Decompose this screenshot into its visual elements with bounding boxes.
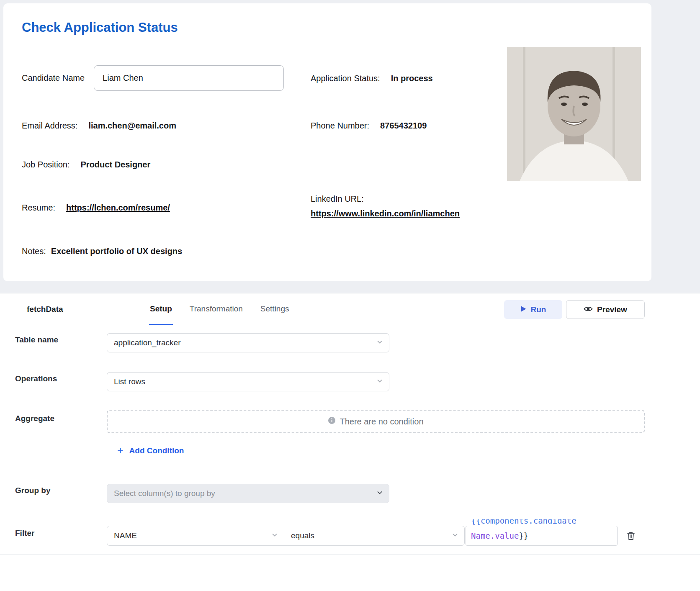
tab-transformation-label: Transformation <box>190 304 243 313</box>
play-icon <box>520 305 527 314</box>
filter-value-input[interactable]: {{components.candidate Name.value}} <box>466 526 618 546</box>
query-editor-panel: fetchData Setup Transformation Settings … <box>0 293 700 591</box>
aggregate-empty-area: There are no condition <box>107 410 645 433</box>
query-editor-header: fetchData Setup Transformation Settings … <box>0 293 700 325</box>
candidate-name-input[interactable] <box>94 65 284 91</box>
linkedin-link[interactable]: https://www.linkedin.com/in/liamchen <box>311 209 460 218</box>
group-by-placeholder: Select column(s) to group by <box>114 489 215 498</box>
notes-field: Notes: Excellent portfolio of UX designs <box>22 247 182 256</box>
email-field: Email Address: liam.chen@email.com <box>22 121 176 131</box>
operations-value: List rows <box>114 377 145 386</box>
notes-value: Excellent portfolio of UX designs <box>51 247 182 256</box>
preview-button[interactable]: Preview <box>566 300 645 319</box>
chevron-down-icon <box>376 377 383 386</box>
filter-operator-select[interactable]: equals <box>284 526 465 546</box>
chevron-down-icon <box>452 531 458 540</box>
delete-filter-button[interactable] <box>625 530 637 542</box>
filter-column-value: NAME <box>114 531 137 540</box>
add-condition-button[interactable]: + Add Condition <box>117 445 184 456</box>
filter-value-line: Name.value}} <box>466 526 617 545</box>
tab-settings[interactable]: Settings <box>260 293 290 325</box>
chevron-down-icon <box>376 489 383 498</box>
resume-label: Resume: <box>22 203 55 213</box>
candidate-name-label: Candidate Name <box>22 73 85 83</box>
group-by-label: Group by <box>15 486 50 495</box>
email-label: Email Address: <box>22 121 77 131</box>
tab-setup[interactable]: Setup <box>149 293 173 325</box>
filter-value-overflow-line: {{components.candidate <box>471 519 576 526</box>
preview-button-label: Preview <box>597 305 627 314</box>
chevron-down-icon <box>376 338 383 347</box>
operations-select[interactable]: List rows <box>107 372 389 391</box>
eye-icon <box>584 305 593 314</box>
candidate-name-field: Candidate Name <box>22 65 284 91</box>
phone-field: Phone Number: 8765432109 <box>311 121 427 131</box>
table-name-select[interactable]: application_tracker <box>107 333 389 352</box>
application-status-value: In process <box>391 74 433 83</box>
plus-icon: + <box>117 445 124 456</box>
run-button-label: Run <box>531 305 546 314</box>
linkedin-field: LinkedIn URL: https://www.linkedin.com/i… <box>311 194 460 218</box>
job-position-label: Job Position: <box>22 160 70 170</box>
resume-field: Resume: https://lchen.com/resume/ <box>22 203 170 213</box>
info-icon <box>328 416 336 427</box>
filter-label: Filter <box>15 529 34 538</box>
filter-operator-value: equals <box>291 531 314 540</box>
table-name-label: Table name <box>15 335 58 344</box>
page-title: Check Application Status <box>22 20 178 35</box>
run-button[interactable]: Run <box>504 300 562 319</box>
notes-label: Notes: <box>22 247 46 256</box>
table-name-value: application_tracker <box>114 338 180 347</box>
application-status-label: Application Status: <box>311 74 380 83</box>
tab-transformation[interactable]: Transformation <box>189 293 244 325</box>
job-position-field: Job Position: Product Designer <box>22 160 150 170</box>
form-bottom-divider <box>0 554 700 555</box>
aggregate-label: Aggregate <box>15 414 54 423</box>
filter-column-select[interactable]: NAME <box>107 526 284 546</box>
tab-settings-label: Settings <box>260 304 289 313</box>
phone-label: Phone Number: <box>311 121 369 131</box>
app-canvas: Check Application Status Candidate Name <box>0 0 700 591</box>
application-status-field: Application Status: In process <box>311 74 433 83</box>
job-position-value: Product Designer <box>81 160 151 170</box>
tab-setup-label: Setup <box>150 304 172 313</box>
operations-label: Operations <box>15 374 57 383</box>
phone-value: 8765432109 <box>380 121 427 131</box>
application-status-card: Check Application Status Candidate Name <box>3 3 651 281</box>
email-value: liam.chen@email.com <box>88 121 176 131</box>
resume-link[interactable]: https://lchen.com/resume/ <box>66 203 170 213</box>
query-name: fetchData <box>27 293 63 325</box>
aggregate-empty-text: There are no condition <box>340 417 423 427</box>
trash-icon <box>626 531 636 542</box>
query-tabs: Setup Transformation Settings <box>149 293 290 325</box>
candidate-photo <box>507 47 641 181</box>
add-condition-label: Add Condition <box>129 446 184 455</box>
linkedin-label: LinkedIn URL: <box>311 194 460 204</box>
group-by-select[interactable]: Select column(s) to group by <box>107 484 389 503</box>
chevron-down-icon <box>271 531 278 540</box>
